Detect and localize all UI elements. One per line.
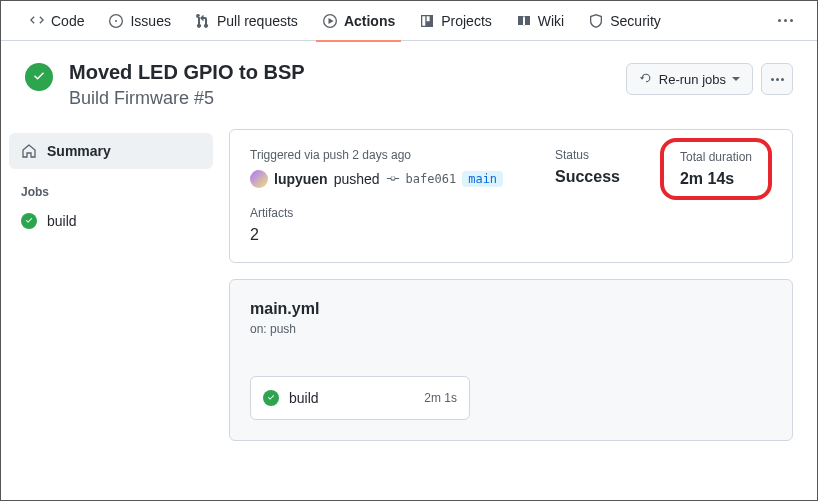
wiki-icon xyxy=(516,13,532,29)
status-check-icon xyxy=(21,213,37,229)
sidebar-jobs-heading: Jobs xyxy=(9,169,213,205)
duration-highlight: Total duration 2m 14s xyxy=(660,138,772,200)
shield-icon xyxy=(588,13,604,29)
artifacts-label: Artifacts xyxy=(250,206,515,220)
repo-tabs: Code Issues Pull requests Actions Projec… xyxy=(1,1,817,41)
tab-actions[interactable]: Actions xyxy=(310,1,407,41)
tab-pull-requests[interactable]: Pull requests xyxy=(183,1,310,41)
run-more-menu[interactable] xyxy=(761,63,793,95)
workflow-trigger: on: push xyxy=(250,322,772,336)
pull-request-icon xyxy=(195,13,211,29)
workflow-job-name: build xyxy=(289,390,319,406)
tab-label: Projects xyxy=(441,13,492,29)
tab-label: Wiki xyxy=(538,13,564,29)
sidebar: Summary Jobs build xyxy=(1,121,221,441)
tab-wiki[interactable]: Wiki xyxy=(504,1,576,41)
workflow-card: main.yml on: push build 2m 1s xyxy=(229,279,793,441)
sidebar-item-summary[interactable]: Summary xyxy=(9,133,213,169)
tab-label: Code xyxy=(51,13,84,29)
sidebar-job-build[interactable]: build xyxy=(9,205,213,237)
commit-sha[interactable]: bafe061 xyxy=(406,172,457,186)
tab-label: Issues xyxy=(130,13,170,29)
tab-label: Pull requests xyxy=(217,13,298,29)
rerun-jobs-button[interactable]: Re-run jobs xyxy=(626,63,753,95)
branch-badge[interactable]: main xyxy=(462,171,503,187)
tab-label: Actions xyxy=(344,13,395,29)
run-subtitle: Build Firmware #5 xyxy=(69,88,305,109)
push-verb: pushed xyxy=(334,171,380,187)
tabs-overflow-menu[interactable] xyxy=(770,19,801,22)
projects-icon xyxy=(419,13,435,29)
sync-icon xyxy=(639,71,653,88)
status-check-icon xyxy=(263,390,279,406)
tab-issues[interactable]: Issues xyxy=(96,1,182,41)
workflow-file[interactable]: main.yml xyxy=(250,300,772,318)
chevron-down-icon xyxy=(732,77,740,81)
actions-icon xyxy=(322,13,338,29)
status-check-icon xyxy=(25,63,53,91)
home-icon xyxy=(21,143,37,159)
sidebar-item-label: Summary xyxy=(47,143,111,159)
status-value: Success xyxy=(555,168,620,186)
workflow-job-duration: 2m 1s xyxy=(424,391,457,405)
duration-value: 2m 14s xyxy=(680,170,752,188)
run-header: Moved LED GPIO to BSP Build Firmware #5 … xyxy=(1,41,817,121)
duration-label: Total duration xyxy=(680,150,752,164)
run-title: Moved LED GPIO to BSP xyxy=(69,61,305,84)
code-icon xyxy=(29,13,45,29)
button-label: Re-run jobs xyxy=(659,72,726,87)
tab-label: Security xyxy=(610,13,661,29)
tab-projects[interactable]: Projects xyxy=(407,1,504,41)
status-label: Status xyxy=(555,148,620,162)
summary-card: Triggered via push 2 days ago lupyuen pu… xyxy=(229,129,793,263)
artifacts-value: 2 xyxy=(250,226,515,244)
actor-link[interactable]: lupyuen xyxy=(274,171,328,187)
tab-code[interactable]: Code xyxy=(17,1,96,41)
avatar[interactable] xyxy=(250,170,268,188)
workflow-job-build[interactable]: build 2m 1s xyxy=(250,376,470,420)
issues-icon xyxy=(108,13,124,29)
commit-icon xyxy=(386,171,400,188)
sidebar-job-label: build xyxy=(47,213,77,229)
tab-security[interactable]: Security xyxy=(576,1,673,41)
trigger-label: Triggered via push 2 days ago xyxy=(250,148,515,162)
